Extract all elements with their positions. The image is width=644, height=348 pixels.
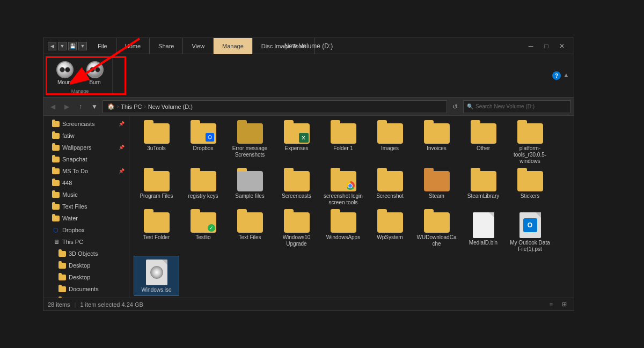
file-item-invoices[interactable]: Invoices <box>414 120 459 167</box>
maximize-button[interactable]: □ <box>539 39 554 54</box>
quick-access: ◀ ▼ 💾 ▼ <box>48 42 87 50</box>
sidebar-item-label: Text Files <box>62 203 87 210</box>
sidebar-item-mstodo[interactable]: MS To Do 📌 <box>43 165 129 177</box>
file-item-other[interactable]: Other <box>460 120 506 167</box>
sidebar-item-water[interactable]: Water <box>43 212 129 224</box>
sidebar-item-label: Water <box>62 215 78 221</box>
file-item-dropbox[interactable]: ⬡ Dropbox <box>180 120 226 167</box>
view-details-button[interactable]: ≡ <box>546 299 557 310</box>
folder-icon <box>52 133 60 139</box>
sidebar-item-label: Music <box>62 191 78 198</box>
tab-share[interactable]: Share <box>150 38 183 54</box>
sidebar-item-thispc[interactable]: 🖥 This PC <box>43 236 129 248</box>
file-item-steam[interactable]: Steam <box>414 168 459 208</box>
search-icon: 🔍 <box>467 103 473 109</box>
file-item-pst[interactable]: O My Outlook Data File(1).pst <box>507 209 553 255</box>
help-icon[interactable]: ? <box>552 71 561 80</box>
folder-icon <box>471 171 496 191</box>
file-label: Expenses <box>285 145 309 152</box>
file-label: platform-tools_r30.0.5-windows <box>509 145 551 165</box>
file-label: SteamLibrary <box>467 193 499 199</box>
folder-icon <box>58 263 66 269</box>
folder-icon: X <box>284 123 310 144</box>
file-item-mediaid[interactable]: MediaID.bin <box>460 209 506 255</box>
sidebar-item-dropbox[interactable]: ⬡ Dropbox <box>43 224 129 236</box>
folder-icon <box>58 286 66 292</box>
file-item-samplefiles[interactable]: Sample files <box>227 168 273 208</box>
search-box[interactable]: 🔍 Search New Volume (D:) <box>463 100 570 113</box>
sidebar-item-label: 3D Objects <box>69 250 98 257</box>
sidebar-item-screencasts[interactable]: Screencasts 📌 <box>43 118 129 130</box>
file-item-screenshot[interactable]: Screenshot <box>367 168 413 208</box>
quick-back-btn[interactable]: ◀ <box>48 42 56 50</box>
quick-dropdown-btn[interactable]: ▼ <box>78 42 87 50</box>
sidebar-item-label: 448 <box>62 180 72 186</box>
breadcrumb[interactable]: 🏠 › This PC › New Volume (D:) <box>103 100 447 113</box>
breadcrumb-arrow1: › <box>117 103 119 109</box>
up-button[interactable]: ↑ <box>75 101 86 113</box>
file-item-windowsapps[interactable]: WindowsApps <box>320 209 366 255</box>
tab-file[interactable]: File <box>89 38 116 54</box>
file-item-images[interactable]: Images <box>367 120 413 167</box>
pin-icon: 📌 <box>119 145 125 150</box>
close-button[interactable]: ✕ <box>554 39 569 54</box>
file-item-registrykeys[interactable]: registry keys <box>180 168 226 208</box>
file-icon <box>473 212 494 238</box>
sidebar-item-desktop2[interactable]: Desktop <box>43 271 129 283</box>
sidebar-item-3dobjects[interactable]: 3D Objects <box>43 248 129 260</box>
minimize-button[interactable]: ─ <box>523 39 538 54</box>
file-item-platform[interactable]: platform-tools_r30.0.5-windows <box>507 120 553 167</box>
refresh-button[interactable]: ↺ <box>449 101 461 113</box>
file-item-screenshot-login[interactable]: screenshot login screen tools <box>320 168 366 208</box>
status-bar: 28 items | 1 item selected 4.24 GB ≡ ⊞ <box>43 298 574 310</box>
sidebar-item-snapchat[interactable]: Snapchat <box>43 153 129 165</box>
quick-forward-btn[interactable]: ▼ <box>58 42 67 50</box>
folder-icon <box>237 212 263 233</box>
sidebar-item-documents[interactable]: Documents <box>43 283 129 295</box>
sidebar-item-wallpapers[interactable]: Wallpapers 📌 <box>43 142 129 153</box>
ribbon: Mount Burn Manage ? ▲ <box>43 54 574 98</box>
file-item-wudownload[interactable]: WUDownloadCache <box>414 209 459 255</box>
back-button[interactable]: ◀ <box>47 101 58 113</box>
file-label: Stickers <box>521 193 540 199</box>
pin-icon: 📌 <box>119 121 125 127</box>
status-item-count: 28 items <box>48 301 70 308</box>
file-item-testlio[interactable]: ✓ Testlio <box>180 209 226 255</box>
breadcrumb-this-pc[interactable]: This PC <box>121 103 142 110</box>
mount-button[interactable]: Mount <box>52 59 78 87</box>
tab-manage[interactable]: Manage <box>214 38 253 54</box>
sidebar-item-textfiles[interactable]: Text Files <box>43 201 129 212</box>
tab-view[interactable]: View <box>183 38 214 54</box>
sidebar-item-desktop1[interactable]: Desktop <box>43 260 129 271</box>
file-item-3utools[interactable]: 3uTools <box>134 120 179 167</box>
folder-icon <box>284 212 310 233</box>
recent-locations-button[interactable]: ▼ <box>89 101 100 113</box>
file-item-wpsystem[interactable]: WpSystem <box>367 209 413 255</box>
burn-button[interactable]: Burn <box>82 59 108 87</box>
collapse-icon[interactable]: ▲ <box>563 71 569 80</box>
file-item-stickers[interactable]: Stickers <box>507 168 553 208</box>
tab-home[interactable]: Home <box>116 38 150 54</box>
file-item-folder1[interactable]: Folder 1 <box>320 120 366 167</box>
view-tiles-button[interactable]: ⊞ <box>559 299 569 310</box>
file-item-testfolder[interactable]: Test Folder <box>134 209 179 255</box>
folder-icon <box>144 123 170 144</box>
quick-save-btn[interactable]: 💾 <box>68 42 77 50</box>
sidebar-item-fatiw[interactable]: fatiw <box>43 130 129 142</box>
sidebar-item-448[interactable]: 448 <box>43 177 129 189</box>
file-item-programfiles[interactable]: Program Files <box>134 168 179 208</box>
file-item-screencasts[interactable]: Screencasts <box>274 168 319 208</box>
folder-icon <box>471 123 496 144</box>
file-item-steamlibrary[interactable]: SteamLibrary <box>460 168 506 208</box>
breadcrumb-current[interactable]: New Volume (D:) <box>148 103 193 110</box>
sidebar-item-music[interactable]: Music <box>43 189 129 201</box>
file-item-textfiles[interactable]: Text Files <box>227 209 273 255</box>
breadcrumb-home-icon: 🏠 <box>107 103 115 110</box>
folder-icon <box>284 171 310 191</box>
file-item-win10upgrade[interactable]: Windows10 Upgrade <box>274 209 319 255</box>
file-item-expenses[interactable]: X Expenses <box>274 120 319 167</box>
forward-button[interactable]: ▶ <box>61 101 72 113</box>
folder-icon <box>58 275 66 280</box>
file-item-error[interactable]: Error message Screenshots <box>227 120 273 167</box>
file-item-windows-iso[interactable]: Windows.iso <box>134 256 179 296</box>
